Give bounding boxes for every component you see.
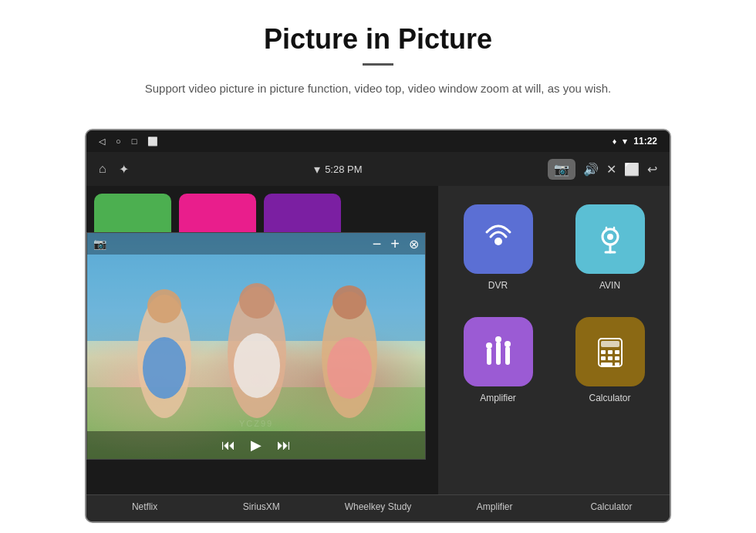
pip-maximize-btn[interactable]: + bbox=[390, 235, 400, 253]
svg-point-6 bbox=[239, 283, 275, 319]
label-calculator: Calculator bbox=[553, 501, 670, 512]
header-section: Picture in Picture Support video picture… bbox=[0, 0, 756, 113]
watermark: YCZ99 bbox=[239, 419, 273, 428]
svg-rect-18 bbox=[487, 348, 491, 365]
pip-play-btn[interactable]: ▶ bbox=[251, 437, 262, 454]
screenshot-icon[interactable]: ⬜ bbox=[147, 137, 158, 147]
svg-point-10 bbox=[327, 337, 372, 399]
pip-bottom-controls: ⏮ ▶ ⏭ bbox=[87, 431, 425, 459]
avin-label: AVIN bbox=[599, 280, 620, 291]
avin-icon-bg bbox=[575, 204, 645, 274]
svg-point-3 bbox=[147, 289, 181, 323]
recents-icon[interactable]: □ bbox=[132, 137, 137, 146]
status-time: 11:22 bbox=[633, 136, 657, 147]
svg-rect-29 bbox=[601, 356, 606, 360]
svg-point-11 bbox=[494, 238, 502, 245]
label-amplifier: Amplifier bbox=[437, 501, 553, 512]
svg-point-15 bbox=[607, 234, 613, 240]
label-wheelkey: Wheelkey Study bbox=[319, 501, 436, 512]
svg-rect-30 bbox=[608, 356, 613, 360]
svg-point-7 bbox=[234, 333, 280, 398]
app-card-amplifier[interactable]: Amplifier bbox=[446, 306, 550, 411]
app-bar-right: 📷 🔊 ✕ ⬜ ↩ bbox=[548, 159, 657, 180]
svg-rect-33 bbox=[615, 363, 619, 366]
pip-close-btn[interactable]: ⊗ bbox=[409, 237, 419, 251]
status-bar: ◁ ○ □ ⬜ ♦ ▾ 11:22 bbox=[86, 130, 670, 152]
status-bar-left: ◁ ○ □ ⬜ bbox=[99, 137, 158, 147]
device-frame: ◁ ○ □ ⬜ ♦ ▾ 11:22 ⌂ ✦ ▾ 5:28 PM 📷 🔊 ✕ ⬜ … bbox=[85, 129, 671, 523]
app-bar-center: ▾ 5:28 PM bbox=[314, 162, 362, 177]
location-icon: ♦ bbox=[613, 137, 617, 146]
pip-window[interactable]: 📷 − + ⊗ bbox=[86, 232, 426, 460]
time-label: 5:28 PM bbox=[325, 164, 362, 175]
bottom-labels: Netflix SiriusXM Wheelkey Study Amplifie… bbox=[86, 494, 670, 521]
camera-button[interactable]: 📷 bbox=[548, 159, 575, 180]
label-netflix: Netflix bbox=[86, 501, 203, 512]
svg-rect-27 bbox=[608, 350, 613, 354]
calculator-label: Calculator bbox=[589, 393, 630, 403]
volume-icon[interactable]: 🔊 bbox=[583, 162, 599, 177]
svg-rect-32 bbox=[601, 363, 613, 366]
svg-point-22 bbox=[495, 336, 501, 342]
pip-minimize-btn[interactable]: − bbox=[373, 235, 382, 253]
dvr-icon bbox=[479, 220, 518, 258]
wifi-icon: ▾ bbox=[623, 137, 627, 147]
pip-top-bar: 📷 − + ⊗ bbox=[87, 233, 425, 255]
dvr-icon-bg bbox=[464, 204, 533, 274]
calculator-icon bbox=[591, 332, 629, 371]
amplifier-label: Amplifier bbox=[480, 393, 516, 403]
status-bar-right: ♦ ▾ 11:22 bbox=[613, 136, 657, 147]
svg-point-4 bbox=[143, 337, 186, 399]
title-divider bbox=[363, 63, 393, 66]
pip-prev-btn[interactable]: ⏮ bbox=[221, 437, 235, 454]
app-bar: ⌂ ✦ ▾ 5:28 PM 📷 🔊 ✕ ⬜ ↩ bbox=[86, 152, 670, 186]
home-circle-icon[interactable]: ○ bbox=[116, 137, 121, 146]
wifi-bar-icon: ▾ bbox=[314, 162, 320, 177]
close-icon[interactable]: ✕ bbox=[606, 162, 616, 177]
avin-icon bbox=[591, 220, 629, 258]
back-icon[interactable]: ◁ bbox=[99, 137, 105, 147]
app-bar-left: ⌂ ✦ bbox=[99, 162, 129, 177]
svg-rect-31 bbox=[615, 356, 619, 360]
pip-camera-icon: 📷 bbox=[93, 238, 106, 250]
amplifier-icon bbox=[479, 332, 518, 371]
calculator-icon-bg bbox=[575, 317, 645, 386]
pip-window-icon[interactable]: ⬜ bbox=[624, 162, 640, 177]
amplifier-icon-bg bbox=[464, 317, 533, 386]
app-card-dvr[interactable]: DVR bbox=[446, 194, 550, 299]
label-siriusxm: SiriusXM bbox=[203, 501, 319, 512]
back-arrow-icon[interactable]: ↩ bbox=[647, 162, 657, 177]
pip-area: 📷 − + ⊗ bbox=[86, 186, 438, 494]
app-card-calculator[interactable]: Calculator bbox=[558, 306, 662, 411]
pip-size-controls: − + ⊗ bbox=[373, 235, 419, 253]
app-card-avin[interactable]: AVIN bbox=[558, 194, 662, 299]
svg-rect-20 bbox=[505, 346, 510, 365]
pip-next-btn[interactable]: ⏭ bbox=[277, 437, 291, 454]
page-title: Picture in Picture bbox=[46, 23, 710, 56]
svg-rect-25 bbox=[601, 341, 619, 347]
dvr-label: DVR bbox=[488, 280, 508, 291]
svg-rect-19 bbox=[496, 342, 501, 365]
svg-rect-26 bbox=[601, 350, 606, 354]
apps-grid: DVR AVIN bbox=[438, 186, 670, 494]
svg-point-9 bbox=[332, 285, 366, 319]
home-icon[interactable]: ⌂ bbox=[99, 162, 106, 176]
svg-rect-28 bbox=[615, 350, 619, 354]
page-subtitle: Support video picture in picture functio… bbox=[108, 79, 648, 98]
main-content: 📷 − + ⊗ bbox=[86, 186, 670, 494]
usb-icon[interactable]: ✦ bbox=[119, 162, 129, 177]
svg-point-21 bbox=[486, 342, 492, 349]
svg-point-23 bbox=[505, 341, 511, 347]
